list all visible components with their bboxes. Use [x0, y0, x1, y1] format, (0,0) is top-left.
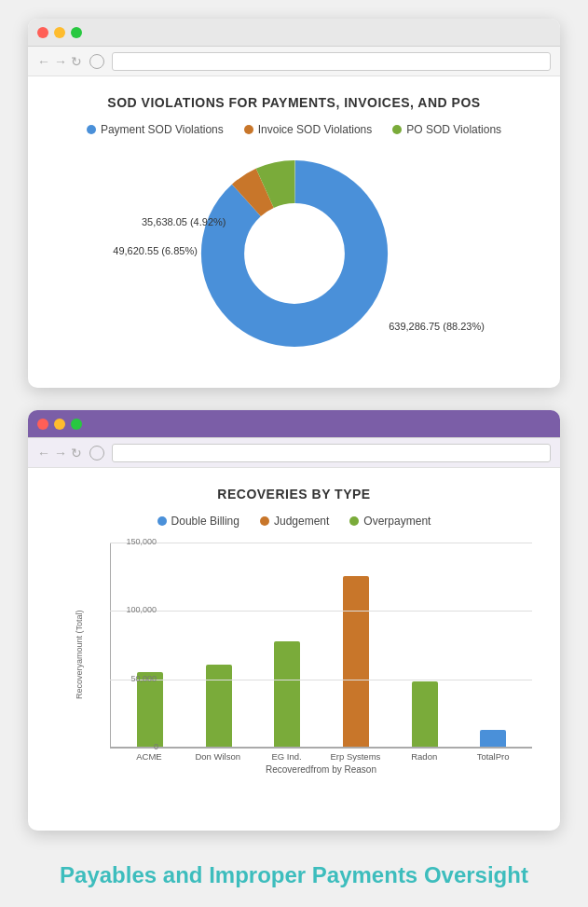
maximize-dot-2[interactable]	[71, 419, 82, 430]
globe-icon-2	[89, 446, 104, 460]
bar-legend: Double Billing Judgement Overpayment	[56, 515, 532, 528]
bar-group-radon	[393, 681, 457, 747]
close-dot[interactable]	[37, 27, 48, 38]
donut-hole	[245, 204, 344, 303]
segment-label-payment: 639,286.75 (88.23%)	[389, 321, 485, 332]
segment-label-invoice: 35,638.05 (4.92%)	[142, 216, 226, 227]
donut-chart-container: SOD VIOLATIONS FOR PAYMENTS, INVOICES, A…	[28, 76, 560, 388]
page-heading: Payables and Improper Payments Oversight	[60, 853, 528, 888]
segment-label-po: 49,620.55 (6.85%)	[113, 245, 198, 256]
legend-label: Payment SOD Violations	[101, 123, 224, 136]
xlabel-radon: Radon	[392, 751, 456, 762]
legend-dot	[392, 125, 402, 134]
refresh-icon[interactable]: ↻	[71, 54, 82, 69]
chart-inner-area: 150,000 100,000 50,000 0	[110, 543, 532, 748]
donut-svg	[192, 151, 397, 356]
minimize-dot-2[interactable]	[54, 419, 65, 430]
x-axis-title: Recoveredfrom by Reason	[110, 764, 532, 775]
legend-item: PO SOD Violations	[392, 123, 501, 136]
minimize-dot[interactable]	[54, 27, 65, 38]
bar-erp	[343, 576, 369, 747]
maximize-dot[interactable]	[71, 27, 82, 38]
legend-item: Invoice SOD Violations	[244, 123, 373, 136]
address-bar[interactable]	[112, 52, 551, 71]
bar-chart-container: RECOVERIES BY TYPE Double Billing Judgem…	[28, 468, 560, 831]
legend-label-double: Double Billing	[171, 515, 239, 528]
bar-don	[206, 665, 232, 747]
refresh-icon-2[interactable]: ↻	[71, 446, 82, 460]
xlabel-totalpro: TotalPro	[461, 751, 525, 762]
legend-item: Payment SOD Violations	[87, 123, 224, 136]
bar-group-don	[187, 665, 251, 747]
bar-totalpro	[480, 730, 506, 747]
nav-controls-2: ← → ↻	[37, 446, 82, 460]
donut-chart-area: 35,638.05 (4.92%) 49,620.55 (6.85%) 639,…	[56, 151, 532, 356]
legend-label-judgement: Judgement	[274, 515, 329, 528]
legend-judgement: Judgement	[260, 515, 329, 528]
donut-legend: Payment SOD ViolationsInvoice SOD Violat…	[56, 123, 532, 136]
legend-label-overpayment: Overpayment	[363, 515, 431, 528]
bar-group-eg	[255, 641, 319, 747]
legend-dot-double	[157, 516, 167, 526]
bar-chart-title: RECOVERIES BY TYPE	[56, 487, 532, 502]
legend-dot-judgement	[260, 516, 269, 526]
bar-group-acme	[118, 672, 182, 747]
forward-icon[interactable]: →	[54, 54, 67, 69]
forward-icon-2[interactable]: →	[54, 446, 67, 460]
donut-chart-title: SOD VIOLATIONS FOR PAYMENTS, INVOICES, A…	[56, 95, 532, 110]
legend-label: Invoice SOD Violations	[258, 123, 373, 136]
bar-acme	[137, 672, 163, 747]
toolbar-1: ← → ↻	[28, 47, 560, 76]
xlabel-eg: EG Ind.	[255, 751, 319, 762]
legend-dot	[244, 125, 253, 134]
toolbar-2: ← → ↻	[28, 438, 560, 468]
titlebar-1	[28, 19, 560, 47]
legend-label: PO SOD Violations	[406, 123, 501, 136]
legend-overpayment: Overpayment	[349, 515, 431, 528]
bar-chart-area: Recoveryamount (Total) 150,000 100,000 5…	[56, 543, 532, 808]
bar-radon	[412, 681, 438, 747]
legend-double-billing: Double Billing	[157, 515, 239, 528]
globe-icon	[89, 54, 104, 69]
bar-chart-window: ← → ↻ RECOVERIES BY TYPE Double Billing …	[28, 410, 560, 831]
bars-container	[110, 543, 532, 748]
bar-group-totalpro	[461, 730, 525, 747]
legend-dot-overpayment	[349, 516, 359, 526]
back-icon-2[interactable]: ←	[37, 446, 50, 460]
bar-eg	[274, 641, 300, 747]
back-icon[interactable]: ←	[37, 54, 50, 69]
nav-controls: ← → ↻	[37, 54, 82, 69]
legend-dot	[87, 125, 96, 134]
xlabel-erp: Erp Systems	[323, 751, 387, 762]
address-bar-2[interactable]	[112, 444, 551, 462]
x-labels: ACME Don Wilson EG Ind. Erp Systems Rado…	[110, 748, 532, 762]
donut-chart-window: ← → ↻ SOD VIOLATIONS FOR PAYMENTS, INVOI…	[28, 19, 560, 388]
close-dot-2[interactable]	[37, 419, 48, 430]
xlabel-acme: ACME	[117, 751, 181, 762]
y-axis-label: Recoveryamount (Total)	[75, 653, 84, 699]
bar-group-erp	[324, 576, 388, 747]
titlebar-2	[28, 410, 560, 438]
xlabel-don: Don Wilson	[186, 751, 250, 762]
